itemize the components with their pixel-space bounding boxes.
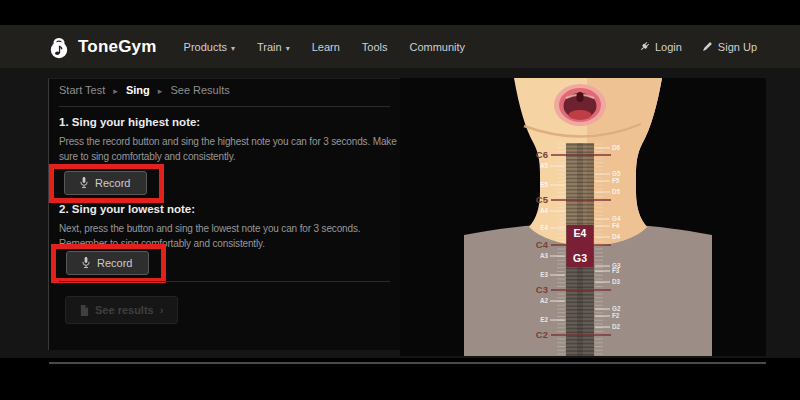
divider	[59, 281, 390, 282]
login-button[interactable]: Login	[639, 41, 682, 53]
nav-item-tools[interactable]: Tools	[351, 41, 399, 53]
breadcrumb: Start Test ▸ Sing ▸ See Results	[59, 84, 230, 96]
pencil-icon	[702, 41, 713, 52]
svg-text:C3: C3	[536, 284, 548, 295]
nav-item-learn[interactable]: Learn	[301, 41, 351, 53]
nav-item-community[interactable]: Community	[398, 41, 476, 53]
svg-text:E3: E3	[540, 271, 548, 278]
breadcrumb-separator-icon: ▸	[158, 86, 163, 96]
svg-text:E4: E4	[540, 224, 548, 231]
breadcrumb-sing[interactable]: Sing	[126, 84, 150, 96]
test-panel: Start Test ▸ Sing ▸ See Results 1. Sing …	[48, 78, 401, 350]
chevron-down-icon: ▾	[231, 44, 235, 53]
step1-heading: 1. Sing your highest note:	[59, 116, 200, 128]
page-root: { "navbar": { "logo_text": "ToneGym", "c…	[0, 0, 800, 400]
svg-text:A5: A5	[540, 162, 549, 169]
footer-divider	[49, 362, 766, 364]
svg-text:A3: A3	[540, 252, 549, 259]
navbar: ToneGym Products▾ Train▾ Learn Tools Com…	[0, 25, 800, 68]
kettlebell-logo-icon	[48, 35, 70, 59]
record-lowest-button[interactable]: Record	[66, 251, 149, 275]
svg-text:C2: C2	[536, 329, 548, 340]
chevron-right-icon: ›	[160, 304, 164, 316]
svg-text:G5: G5	[612, 170, 621, 177]
signup-button[interactable]: Sign Up	[702, 41, 757, 53]
svg-text:A2: A2	[540, 297, 549, 304]
svg-text:F3: F3	[612, 267, 620, 274]
chevron-down-icon: ▾	[286, 44, 290, 53]
vocal-range-illustration: D6C6A5G5F5E5D5C5A4G4F4E4D4C4A3G3F3E3D3C3…	[400, 78, 766, 356]
svg-text:E2: E2	[540, 316, 548, 323]
bottom-letterbox	[0, 358, 800, 400]
logo[interactable]: ToneGym	[48, 35, 157, 59]
logo-text: ToneGym	[78, 37, 157, 57]
neck-figure-svg: D6C6A5G5F5E5D5C5A4G4F4E4D4C4A3G3F3E3D3C3…	[400, 78, 766, 356]
svg-text:F5: F5	[612, 177, 620, 184]
annotation-box-record-1: Record	[49, 164, 164, 203]
divider	[59, 106, 390, 107]
svg-text:F2: F2	[612, 312, 620, 319]
nav-menu: Products▾ Train▾ Learn Tools Community	[173, 41, 477, 53]
svg-text:E4: E4	[574, 227, 587, 239]
record-highest-button[interactable]: Record	[64, 171, 147, 195]
svg-text:F4: F4	[612, 222, 620, 229]
nav-right: Login Sign Up	[639, 41, 757, 53]
annotation-box-record-2: Record	[51, 244, 166, 283]
breadcrumb-start-test[interactable]: Start Test	[59, 84, 105, 96]
breadcrumb-see-results[interactable]: See Results	[170, 84, 229, 96]
svg-text:D5: D5	[612, 188, 621, 195]
main-area: Start Test ▸ Sing ▸ See Results 1. Sing …	[0, 68, 800, 358]
svg-text:G4: G4	[612, 215, 621, 222]
svg-text:D3: D3	[612, 278, 621, 285]
svg-text:C5: C5	[536, 194, 549, 205]
svg-text:D4: D4	[612, 233, 621, 240]
microphone-icon	[81, 256, 91, 269]
plug-icon	[639, 41, 650, 52]
svg-text:G2: G2	[612, 305, 621, 312]
svg-text:E5: E5	[540, 181, 548, 188]
document-icon	[80, 305, 89, 316]
svg-text:D2: D2	[612, 323, 621, 330]
svg-text:C4: C4	[536, 239, 549, 250]
svg-text:G3: G3	[573, 252, 587, 264]
step2-heading: 2. Sing your lowest note:	[59, 203, 195, 215]
svg-text:A4: A4	[540, 207, 549, 214]
nav-item-products[interactable]: Products▾	[173, 41, 246, 53]
step1-description: Press the record button and sing the hig…	[59, 134, 399, 164]
mouth-icon	[554, 84, 606, 126]
nav-item-train[interactable]: Train▾	[246, 41, 301, 53]
svg-text:D6: D6	[612, 144, 621, 151]
microphone-icon	[79, 176, 89, 189]
see-results-button[interactable]: See results ›	[65, 296, 178, 324]
top-letterbox	[0, 0, 800, 25]
breadcrumb-separator-icon: ▸	[113, 86, 118, 96]
svg-text:C6: C6	[536, 149, 548, 160]
